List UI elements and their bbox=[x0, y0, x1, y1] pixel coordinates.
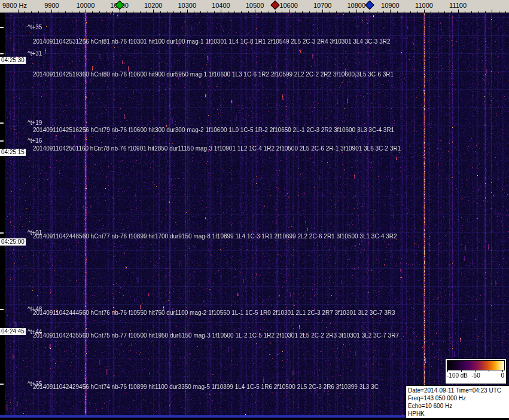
ruler-tick bbox=[160, 11, 161, 13]
ruler-tick bbox=[465, 11, 465, 13]
ruler-tick bbox=[363, 11, 364, 13]
left-edge-tick bbox=[0, 232, 4, 234]
event-detection-line: 20140911042429456 hCnt74 nb-76 f10899 hi… bbox=[33, 384, 379, 390]
freq-label: 10900 bbox=[381, 2, 400, 9]
ruler-tick bbox=[234, 11, 235, 13]
ruler-tick bbox=[255, 10, 255, 13]
info-date-time: Date=2014-09-11 Time=04:23 UTC bbox=[408, 387, 508, 394]
ruler-tick bbox=[126, 11, 127, 13]
ruler-tick bbox=[343, 11, 343, 13]
legend-label-mid: -50 bbox=[471, 372, 480, 379]
left-edge-tick bbox=[0, 332, 4, 333]
ruler-tick bbox=[92, 11, 93, 13]
ruler-tick bbox=[241, 11, 242, 13]
freq-label: 10500 bbox=[246, 2, 264, 9]
ruler-tick bbox=[59, 11, 59, 13]
ruler-tick bbox=[38, 11, 39, 13]
annotation-overlay: 04:25:3004:25:1504:25:0004:24:45^t+35201… bbox=[0, 0, 509, 420]
ruler-tick bbox=[451, 11, 452, 13]
time-axis-label: 04:25:15 bbox=[0, 149, 26, 156]
ruler-tick bbox=[65, 11, 66, 13]
ruler-tick bbox=[282, 11, 282, 13]
event-time-tag: ^t+19 bbox=[28, 119, 42, 126]
legend-labels: -100 dB -50 0 bbox=[446, 372, 506, 381]
ruler-tick bbox=[153, 10, 154, 13]
event-detection-line: 20140911042501160 hCnt78 nb-76 f10901 hi… bbox=[33, 145, 401, 152]
ruler-tick bbox=[167, 11, 167, 13]
freq-label: 11000 bbox=[415, 2, 433, 9]
ruler-tick bbox=[336, 11, 337, 13]
ruler-tick bbox=[180, 11, 181, 13]
db-color-scale-legend: -100 dB -50 0 bbox=[445, 358, 507, 384]
event-detection-line: 20140911042448560 hCnt77 nb-76 f10899 hi… bbox=[33, 233, 397, 240]
ruler-tick bbox=[295, 11, 296, 13]
legend-label-max: 0 bbox=[501, 372, 504, 379]
ruler-tick bbox=[208, 11, 208, 13]
ruler-tick bbox=[377, 11, 377, 13]
event-time-tag: ^t+16 bbox=[28, 137, 42, 144]
left-edge-tick bbox=[0, 384, 4, 385]
ruler-tick bbox=[99, 11, 100, 13]
ruler-tick bbox=[478, 11, 479, 13]
ruler-tick bbox=[194, 11, 194, 13]
ruler-tick bbox=[112, 11, 113, 13]
ruler-tick bbox=[187, 10, 188, 13]
status-info-box: Date=2014-09-11 Time=04:23 UTC Freq=143 … bbox=[406, 385, 509, 419]
ruler-tick bbox=[302, 11, 303, 13]
event-time-tag: ^t+35 bbox=[28, 24, 42, 30]
ruler-tick bbox=[316, 11, 316, 13]
freq-label: 10000 bbox=[77, 2, 95, 9]
freq-label: 10700 bbox=[313, 2, 332, 9]
time-axis-label: 04:25:00 bbox=[0, 238, 26, 246]
marker-diamond-red[interactable] bbox=[270, 1, 280, 10]
ruler-tick bbox=[322, 10, 323, 13]
ruler-tick bbox=[200, 11, 201, 13]
ruler-tick bbox=[438, 11, 438, 13]
frequency-ruler: 9800 Hz990010000101001020010300104001050… bbox=[0, 0, 509, 13]
ruler-tick bbox=[397, 11, 398, 13]
ruler-tick bbox=[248, 11, 249, 13]
ruler-tick bbox=[51, 10, 52, 13]
color-gradient-bar bbox=[447, 360, 505, 370]
info-frequency: Freq=143 050 000 Hz bbox=[408, 394, 508, 402]
ruler-tick bbox=[499, 11, 499, 13]
ruler-tick bbox=[18, 10, 19, 13]
freq-label: 10400 bbox=[212, 2, 230, 9]
left-edge-tick bbox=[0, 53, 4, 54]
time-axis-label: 04:25:30 bbox=[0, 57, 26, 64]
ruler-tick bbox=[404, 11, 404, 13]
ruler-tick bbox=[147, 11, 147, 13]
ruler-tick bbox=[471, 11, 472, 13]
freq-label: 9800 Hz bbox=[2, 2, 27, 9]
freq-label: 11100 bbox=[449, 2, 467, 9]
event-detection-line: 20140911042516256 hCnt79 nb-76 f10600 hi… bbox=[33, 127, 394, 133]
freq-label: 10600 bbox=[279, 2, 298, 9]
ruler-tick bbox=[133, 11, 133, 13]
ruler-tick bbox=[458, 10, 459, 13]
ruler-tick bbox=[431, 11, 431, 13]
info-station: HPHK bbox=[408, 410, 508, 418]
freq-label: 10300 bbox=[178, 2, 197, 9]
ruler-tick bbox=[228, 11, 228, 13]
marker-diamond-blue[interactable] bbox=[365, 1, 375, 10]
left-edge-tick bbox=[0, 309, 4, 310]
ruler-tick bbox=[106, 11, 106, 13]
meteor-spectrogram-screen: 9800 Hz990010000101001020010300104001050… bbox=[0, 0, 509, 420]
ruler-tick bbox=[214, 11, 215, 13]
event-time-tag: ^t+31 bbox=[28, 50, 42, 57]
ruler-tick bbox=[370, 11, 370, 13]
ruler-tick bbox=[79, 11, 80, 13]
ruler-tick bbox=[349, 11, 350, 13]
ruler-tick bbox=[485, 11, 486, 13]
ruler-tick bbox=[309, 11, 310, 13]
ruler-tick bbox=[444, 11, 445, 13]
ruler-tick bbox=[221, 10, 221, 13]
ruler-tick bbox=[424, 10, 425, 13]
ruler-tick bbox=[269, 11, 269, 13]
ruler-tick bbox=[410, 11, 411, 13]
event-detection-line: 20140911042435560 hCnt75 nb-77 f10500 hi… bbox=[33, 332, 399, 339]
event-detection-line: 20140911042531256 hCnt81 nb-76 f10301 hi… bbox=[33, 38, 391, 45]
freq-label: 10800 bbox=[348, 2, 366, 9]
ruler-tick bbox=[505, 11, 506, 13]
event-detection-line: 20140911042444560 hCnt76 nb-76 f10550 hi… bbox=[33, 309, 395, 316]
